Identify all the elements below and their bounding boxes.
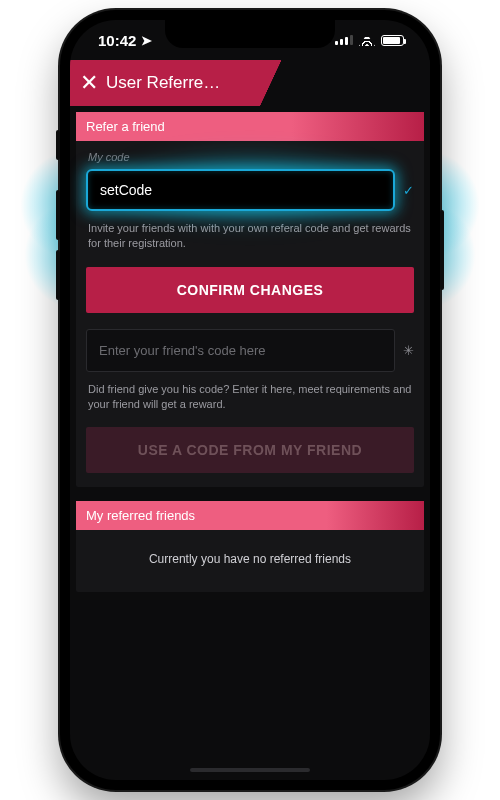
refer-section-header: Refer a friend — [76, 112, 424, 141]
referred-empty-message: Currently you have no referred friends — [76, 530, 424, 570]
referred-friends-panel: My referred friends Currently you have n… — [76, 501, 424, 592]
page-title: User Referre… — [106, 73, 220, 93]
use-friend-code-button[interactable]: USE A CODE FROM MY FRIEND — [86, 427, 414, 473]
battery-icon — [381, 35, 404, 46]
check-icon: ✓ — [403, 183, 414, 198]
location-icon: ➤ — [141, 33, 152, 48]
close-icon[interactable]: ✕ — [80, 72, 98, 94]
phone-frame: 10:42 ➤ ✕ User Referre… Refer a friend M… — [60, 10, 440, 790]
signal-icon — [335, 35, 353, 45]
app-header: ✕ User Referre… — [70, 60, 430, 106]
friend-code-input[interactable] — [86, 329, 395, 372]
screen: 10:42 ➤ ✕ User Referre… Refer a friend M… — [70, 20, 430, 780]
power-button — [440, 210, 444, 290]
notch — [165, 20, 335, 48]
referred-section-header: My referred friends — [76, 501, 424, 530]
my-code-input[interactable] — [86, 169, 395, 211]
refer-helper-text: Invite your friends with with your own r… — [76, 211, 424, 251]
refer-panel: Refer a friend My code ✓ Invite your fri… — [76, 112, 424, 487]
required-icon: ✳ — [403, 343, 414, 358]
volume-down-button — [56, 250, 60, 300]
my-code-label: My code — [76, 141, 424, 169]
volume-up-button — [56, 190, 60, 240]
status-time: 10:42 — [98, 32, 136, 49]
wifi-icon — [359, 34, 375, 46]
confirm-changes-button[interactable]: CONFIRM CHANGES — [86, 267, 414, 313]
friend-code-helper-text: Did friend give you his code? Enter it h… — [76, 372, 424, 412]
silence-switch — [56, 130, 60, 160]
home-indicator[interactable] — [190, 768, 310, 772]
